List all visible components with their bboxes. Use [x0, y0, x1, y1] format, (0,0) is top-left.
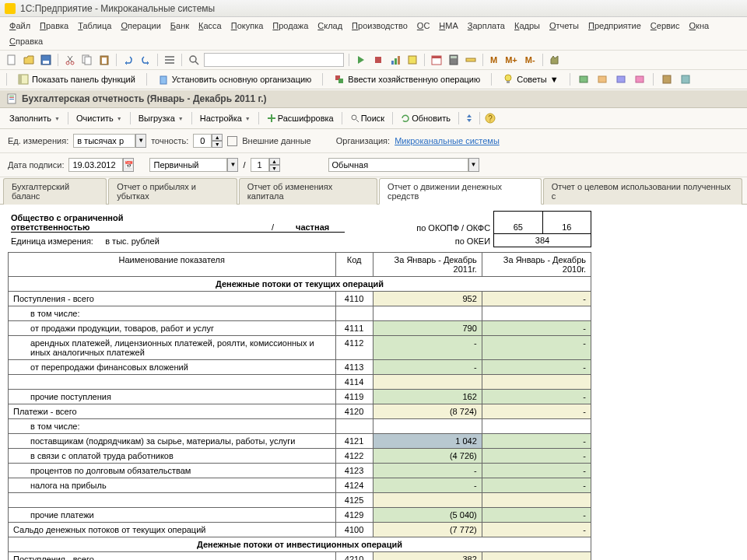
- ext-icon-6[interactable]: [679, 72, 693, 86]
- menu-таблица[interactable]: Таблица: [75, 19, 114, 32]
- calc-icon[interactable]: [447, 53, 461, 67]
- menu-окна[interactable]: Окна: [686, 19, 713, 32]
- enter-op-button[interactable]: Ввести хозяйственную операцию: [329, 72, 485, 86]
- settings-button[interactable]: Настройка▼: [195, 112, 255, 124]
- play-icon[interactable]: [354, 53, 368, 67]
- memory-m[interactable]: M: [488, 55, 500, 65]
- ext-icon-4[interactable]: [633, 72, 647, 86]
- value-period1[interactable]: -: [373, 478, 482, 493]
- open-icon[interactable]: [22, 53, 36, 67]
- menu-файл[interactable]: Файл: [6, 19, 33, 32]
- value-period1: 952: [373, 292, 482, 306]
- search-button[interactable]: Поиск: [345, 112, 389, 124]
- value-period1[interactable]: (4 726): [373, 449, 482, 464]
- menu-зарплата[interactable]: Зарплата: [465, 19, 508, 32]
- menu-отчеты[interactable]: Отчеты: [546, 19, 582, 32]
- value-period2[interactable]: -: [482, 360, 591, 375]
- value-period1[interactable]: (5 040): [373, 508, 482, 523]
- help-icon[interactable]: ?: [483, 111, 497, 125]
- memory-mplus[interactable]: M+: [503, 55, 520, 65]
- new-icon[interactable]: [5, 53, 19, 67]
- menu-производство[interactable]: Производство: [349, 19, 411, 32]
- value-period2[interactable]: -: [482, 390, 591, 404]
- value-period1[interactable]: 1 042: [373, 434, 482, 449]
- menu-правка[interactable]: Правка: [37, 19, 72, 32]
- table-row: в связи с оплатой труда работников4122(4…: [9, 449, 591, 464]
- value-period1[interactable]: -: [373, 464, 482, 478]
- menu-справка[interactable]: Справка: [6, 35, 46, 47]
- value-period2[interactable]: -: [482, 434, 591, 449]
- tab[interactable]: Отчет о прибылях и убытках: [108, 178, 237, 205]
- chart-icon[interactable]: [388, 53, 402, 67]
- refresh-button[interactable]: Обновить: [396, 112, 455, 124]
- org-link[interactable]: Микроканальные системы: [395, 136, 500, 145]
- menu-покупка[interactable]: Покупка: [228, 19, 267, 32]
- tips-button[interactable]: Советы▼: [498, 72, 563, 86]
- ext-icon-1[interactable]: [577, 72, 591, 86]
- menu-банк[interactable]: Банк: [167, 19, 192, 32]
- clear-button[interactable]: Очистить▼: [72, 112, 127, 124]
- copy-icon[interactable]: [80, 53, 94, 67]
- memory-mminus[interactable]: M-: [523, 55, 538, 65]
- menu-предприятие[interactable]: Предприятие: [585, 19, 644, 32]
- props-icon[interactable]: [405, 53, 419, 67]
- tab[interactable]: Бухгалтерский баланс: [3, 178, 107, 205]
- svg-rect-22: [466, 58, 475, 61]
- value-period2[interactable]: -: [482, 478, 591, 493]
- value-period2[interactable]: -: [482, 321, 591, 336]
- tab[interactable]: Отчет о целевом использовании полученных…: [543, 178, 742, 205]
- indicator-code: 4112: [335, 336, 373, 360]
- value-period1[interactable]: 162: [373, 390, 482, 404]
- tab[interactable]: Отчет об изменениях капитала: [239, 178, 377, 205]
- settings-icon[interactable]: [548, 53, 562, 67]
- menu-ос[interactable]: ОС: [414, 19, 433, 32]
- value-period1[interactable]: 790: [373, 321, 482, 336]
- ext-icon-5[interactable]: [660, 72, 674, 86]
- export-button[interactable]: Выгрузка▼: [134, 112, 188, 124]
- col-period2: За Январь - Декабрь 2010г.: [482, 253, 591, 277]
- fill-button[interactable]: Заполнить▼: [5, 112, 65, 124]
- value-period2[interactable]: -: [482, 508, 591, 523]
- calendar-icon[interactable]: [430, 53, 444, 67]
- external-checkbox[interactable]: [227, 136, 237, 146]
- unit-select[interactable]: [73, 134, 135, 148]
- type-select[interactable]: [328, 158, 468, 172]
- precision-input[interactable]: [193, 134, 212, 148]
- ext-icon-3[interactable]: [614, 72, 628, 86]
- undo-icon[interactable]: [121, 53, 135, 67]
- search-input[interactable]: [204, 53, 344, 67]
- value-period1[interactable]: -: [373, 360, 482, 375]
- menu-склад[interactable]: Склад: [314, 19, 345, 32]
- menu-продажа[interactable]: Продажа: [269, 19, 311, 32]
- menu-нма[interactable]: НМА: [436, 19, 461, 32]
- decode-button[interactable]: Расшифровка: [262, 112, 338, 124]
- svg-rect-2: [43, 61, 49, 64]
- svg-point-12: [190, 56, 196, 62]
- correction-input[interactable]: [251, 158, 269, 172]
- value-period2[interactable]: -: [482, 336, 591, 360]
- menu-операции[interactable]: Операции: [117, 19, 163, 32]
- menu-сервис[interactable]: Сервис: [647, 19, 683, 32]
- list-icon[interactable]: [163, 53, 177, 67]
- sign-date-input[interactable]: [68, 158, 123, 172]
- value-period1[interactable]: -: [373, 336, 482, 360]
- value-period2[interactable]: -: [482, 449, 591, 464]
- report-content: Общество с ограниченной ответственностью…: [0, 205, 747, 560]
- tab[interactable]: Отчет о движении денежных средств: [379, 178, 542, 205]
- redo-icon[interactable]: [139, 53, 153, 67]
- ruler-icon[interactable]: [464, 53, 478, 67]
- menu-кадры[interactable]: Кадры: [511, 19, 543, 32]
- zoom-icon[interactable]: [187, 53, 201, 67]
- paste-icon[interactable]: [97, 53, 111, 67]
- value-period2[interactable]: -: [482, 464, 591, 478]
- value-period2: -: [482, 552, 591, 561]
- set-org-button[interactable]: Установить основную организацию: [153, 72, 317, 86]
- menu-касса[interactable]: Касса: [195, 19, 225, 32]
- cut-icon[interactable]: [63, 53, 77, 67]
- show-panel-button[interactable]: Показать панель функций: [13, 72, 140, 86]
- ext-icon-2[interactable]: [595, 72, 609, 86]
- save-icon[interactable]: [39, 53, 53, 67]
- stop-icon[interactable]: [371, 53, 385, 67]
- expand-icon[interactable]: [462, 111, 476, 125]
- primary-select[interactable]: [149, 158, 227, 172]
